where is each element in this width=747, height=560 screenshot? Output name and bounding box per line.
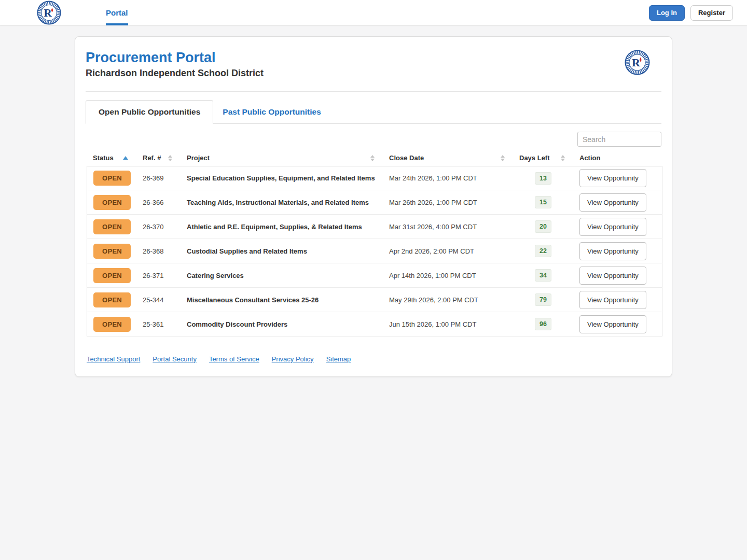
view-opportunity-button[interactable]: View Opportunity <box>579 242 646 260</box>
project-name: Special Education Supplies, Equipment, a… <box>181 166 383 190</box>
footer-link-terms-of-service[interactable]: Terms of Service <box>209 355 259 363</box>
status-badge: OPEN <box>93 219 131 234</box>
column-header-action: Action <box>573 151 662 166</box>
sort-icon <box>561 155 565 161</box>
column-header-days-left[interactable]: Days Left <box>513 151 573 166</box>
nav-auth-buttons: Log In Register <box>649 5 733 21</box>
days-left-badge: 96 <box>535 318 551 330</box>
search-row <box>86 124 661 151</box>
close-date: Apr 2nd 2026, 2:00 PM CDT <box>383 239 513 263</box>
sort-icon <box>168 155 172 161</box>
close-date: Mar 24th 2026, 1:00 PM CDT <box>383 166 513 190</box>
column-header-close-date[interactable]: Close Date <box>383 151 513 166</box>
ref-number: 26-371 <box>136 263 181 288</box>
card-district-logo-icon: R <box>625 50 650 75</box>
table-row: OPEN 26-370 Athletic and P.E. Equipment,… <box>87 215 662 239</box>
project-name: Catering Services <box>181 263 383 288</box>
login-button[interactable]: Log In <box>649 5 685 21</box>
table-row: OPEN 26-366 Teaching Aids, Instructional… <box>87 190 662 215</box>
close-date: Jun 15th 2026, 1:00 PM CDT <box>383 312 513 337</box>
status-badge: OPEN <box>93 268 131 283</box>
view-opportunity-button[interactable]: View Opportunity <box>579 169 646 187</box>
table-row: OPEN 25-344 Miscellaneous Consultant Ser… <box>87 288 662 312</box>
close-date: Mar 26th 2026, 1:00 PM CDT <box>383 190 513 215</box>
card-header: Procurement Portal Richardson Independen… <box>86 50 661 79</box>
days-left-badge: 13 <box>535 172 551 185</box>
footer-link-technical-support[interactable]: Technical Support <box>87 355 140 363</box>
table-row: OPEN 25-361 Commodity Discount Providers… <box>87 312 662 337</box>
footer-link-sitemap[interactable]: Sitemap <box>326 355 351 363</box>
sort-ascending-icon <box>123 156 128 160</box>
ref-number: 26-369 <box>136 166 181 190</box>
status-badge: OPEN <box>93 171 131 186</box>
days-left-badge: 20 <box>535 220 551 233</box>
table-row: OPEN 26-368 Custodial Supplies and Relat… <box>87 239 662 263</box>
table-header-row: Status Ref. # Project <box>87 151 662 166</box>
footer-link-portal-security[interactable]: Portal Security <box>153 355 197 363</box>
close-date: Apr 14th 2026, 1:00 PM CDT <box>383 263 513 288</box>
status-badge: OPEN <box>93 244 131 259</box>
portal-card: Procurement Portal Richardson Independen… <box>75 36 672 377</box>
svg-text:R: R <box>44 7 52 19</box>
view-opportunity-button[interactable]: View Opportunity <box>579 315 646 333</box>
close-date: May 29th 2026, 2:00 PM CDT <box>383 288 513 312</box>
tab-past-public-opportunities[interactable]: Past Public Opportunities <box>213 101 333 123</box>
days-left-badge: 15 <box>535 196 551 208</box>
ref-number: 26-368 <box>136 239 181 263</box>
svg-text:R: R <box>632 56 640 69</box>
page-subtitle: Richardson Independent School District <box>86 68 661 79</box>
status-badge: OPEN <box>93 317 131 332</box>
close-date: Mar 31st 2026, 4:00 PM CDT <box>383 215 513 239</box>
view-opportunity-button[interactable]: View Opportunity <box>579 218 646 236</box>
column-header-status[interactable]: Status <box>87 151 136 166</box>
footer-link-privacy-policy[interactable]: Privacy Policy <box>272 355 314 363</box>
status-badge: OPEN <box>93 292 131 307</box>
column-header-project[interactable]: Project <box>181 151 383 166</box>
top-nav: R Portal Log In Register <box>0 0 747 25</box>
sort-icon <box>370 155 375 161</box>
page-title: Procurement Portal <box>86 50 661 66</box>
ref-number: 25-344 <box>136 288 181 312</box>
project-name: Athletic and P.E. Equipment, Supplies, &… <box>181 215 383 239</box>
card-footer: Technical Support Portal Security Terms … <box>86 355 661 363</box>
status-badge: OPEN <box>93 195 131 210</box>
view-opportunity-button[interactable]: View Opportunity <box>579 193 646 212</box>
project-name: Teaching Aids, Instructional Materials, … <box>181 190 383 215</box>
register-button[interactable]: Register <box>690 5 733 21</box>
opportunities-table: Status Ref. # Project <box>87 151 662 337</box>
tab-open-public-opportunities[interactable]: Open Public Opportunities <box>86 100 213 124</box>
column-header-ref[interactable]: Ref. # <box>136 151 181 166</box>
header-divider <box>86 91 661 92</box>
ref-number: 26-370 <box>136 215 181 239</box>
ref-number: 25-361 <box>136 312 181 337</box>
nav-portal-link[interactable]: Portal <box>106 0 128 25</box>
ref-number: 26-366 <box>136 190 181 215</box>
project-name: Commodity Discount Providers <box>181 312 383 337</box>
view-opportunity-button[interactable]: View Opportunity <box>579 267 646 285</box>
tab-bar: Open Public Opportunities Past Public Op… <box>86 100 661 124</box>
district-logo-icon[interactable]: R <box>37 1 61 25</box>
days-left-badge: 22 <box>535 245 551 257</box>
search-input[interactable] <box>577 132 661 147</box>
sort-icon <box>501 155 505 161</box>
opportunities-tbody: OPEN 26-369 Special Education Supplies, … <box>87 166 662 337</box>
view-opportunity-button[interactable]: View Opportunity <box>579 291 646 309</box>
project-name: Custodial Supplies and Related Items <box>181 239 383 263</box>
days-left-badge: 34 <box>535 269 551 282</box>
days-left-badge: 79 <box>535 293 551 306</box>
table-row: OPEN 26-371 Catering Services Apr 14th 2… <box>87 263 662 288</box>
project-name: Miscellaneous Consultant Services 25-26 <box>181 288 383 312</box>
table-row: OPEN 26-369 Special Education Supplies, … <box>87 166 662 190</box>
